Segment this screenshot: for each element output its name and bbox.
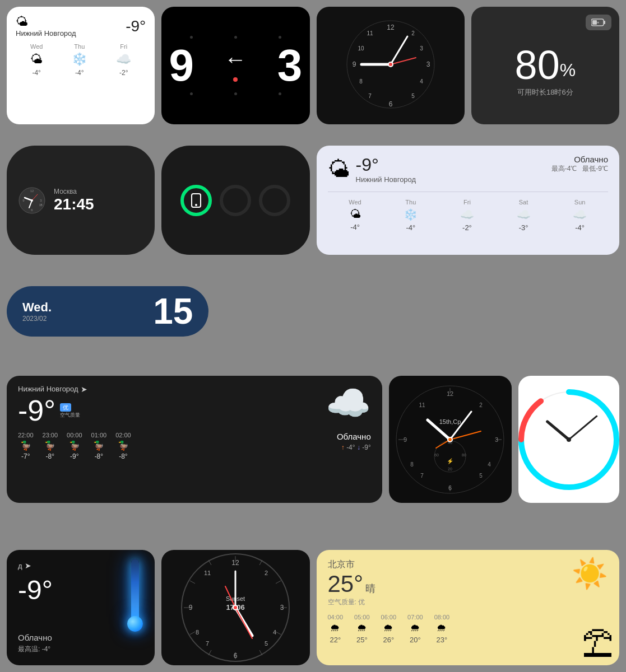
dark-hour-icon-0: 🦆 [20,440,31,451]
color-ring-clock-widget [518,376,619,503]
weather-wide-widget: 🌤 -9° Нижний Новгород Облачно 最高-4℃ 最低-9… [317,146,620,255]
forecast-label-sat: Sat [519,199,528,206]
clock-dot [190,92,193,95]
day-icon-wed: 🌤 [30,52,43,67]
svg-text:2: 2 [265,570,268,576]
dark-hour-2: 00:00 🦆 -9° [67,432,82,460]
beijing-temp-row: 25° 晴 [328,571,376,598]
dark-weather-cloud-icon: ☁️ [326,385,371,421]
beijing-hour-icon-3: 🌧 [410,622,420,634]
svg-text:12: 12 [30,189,34,193]
forecast-temp-fri: -2° [462,223,472,232]
battery-label: 可用时长18时6分 [517,87,573,97]
svg-text:3: 3 [280,604,284,612]
svg-text:4: 4 [488,461,491,468]
forecast-label-wed: Wed [349,199,361,206]
date-pill-day: 15 [153,293,193,329]
beijing-hour-temp-3: 20° [410,636,421,644]
svg-text:11: 11 [419,402,426,408]
svg-text:8: 8 [411,461,414,468]
aqi-badge: 优 [60,403,71,412]
svg-point-35 [195,204,197,206]
svg-text:60: 60 [434,453,439,457]
day-temp-thu: -4° [75,69,84,77]
svg-text:12: 12 [447,390,453,397]
dark-hour-0: 22:00 🦆 -7° [18,432,34,460]
svg-rect-19 [604,21,605,24]
beijing-hour-4: 08:00 🌧 23° [434,614,450,644]
battery-icon-svg: + [591,18,606,27]
weather-small-city: Нижний Новгород [16,29,76,38]
svg-text:11: 11 [367,30,373,36]
svg-text:20: 20 [448,467,452,471]
svg-text:5: 5 [411,93,415,99]
day-temp-fri: -2° [119,69,128,77]
forecast-wed: Wed 🌤 -4° [349,199,361,232]
dark-hour-icon-1: 🦆 [44,440,55,451]
svg-point-72 [567,437,571,442]
location-icon: ➤ [81,385,87,394]
svg-text:2: 2 [411,30,415,36]
clock2-svg: 12 3 6 9 2 11 8 4 7 5 40 80 20 60 ⚡ 15th… [394,384,506,496]
weather-wide-temp: -9° [356,155,416,175]
forecast-fri: Fri ☁️ -2° [460,199,474,232]
day-temp-wed: -4° [32,69,40,77]
weather-small-forecast: Wed 🌤 -4° Thu ❄️ -4° Fri ☁️ -2° [16,43,146,77]
clock-hour: 9 [169,43,194,88]
beijing-aqi: 空气质量: 优 [328,598,376,607]
sunset-clock-widget: 12 3 6 9 2 11 8 4 7 5 Sunset 17:06 [161,550,309,665]
dark-weather-temp-row: -9° 优 空气质量 [18,396,87,425]
moscow-mini-clock: 12 3 6 9 15 [18,186,46,214]
weather-day-thu: Thu ❄️ -4° [72,43,87,77]
svg-text:6: 6 [234,652,238,660]
moscow-time: 21:45 [54,195,94,213]
date-pill-left: Wed. 2023/02 [22,300,52,323]
clock-minute-indicator: → [224,49,247,74]
beijing-hour-time-3: 07:00 [407,614,423,620]
beijing-top: 北京市 25° 晴 空气质量: 优 ☀️ [328,559,609,607]
clock-minute: 3 [277,43,303,88]
dark-hour-time-1: 23:00 [43,432,58,438]
svg-point-103 [234,606,237,609]
weather-wide-high: 最高-4℃ [551,165,577,172]
dark-hour-time-3: 01:00 [91,432,107,438]
forecast-icon-thu: ❄️ [404,208,418,221]
weather-small-temp: -9° [126,17,146,35]
digital-clock-widget: 9 → 3 [161,7,309,124]
beach-umbrella-icon: ⛱ [582,628,614,660]
svg-point-36 [221,186,249,214]
moscow-city: Москва [54,188,94,195]
analog-clock-widget-2: 12 3 6 9 2 11 8 4 7 5 40 80 20 60 ⚡ 15th… [389,376,512,503]
thermo-max: 最高温: -4° [18,645,143,654]
forecast-temp-wed: -4° [350,223,360,231]
weather-wide-right: Облачно 最高-4℃ 最低-9℃ [551,155,608,174]
svg-text:7: 7 [421,473,424,479]
beijing-hour-icon-2: 🌧 [383,622,393,634]
beijing-hours: 04:00 🌧 22° 05:00 🌧 25° 06:00 🌧 26° 07:0… [328,614,609,644]
weather-wide-top: 🌤 -9° Нижний Новгород Облачно 最高-4℃ 最低-9… [328,155,609,184]
svg-text:5: 5 [265,640,268,647]
day-label-fri: Fri [120,43,127,50]
forecast-thu: Thu ❄️ -4° [404,199,418,232]
beijing-hour-time-2: 06:00 [381,614,397,620]
weather-dark-widget: Нижний Новгород ➤ -9° 优 空气质量 ☁️ 22:00 🦆 … [7,376,382,503]
dark-hour-time-0: 22:00 [18,432,34,438]
beijing-condition: 晴 [365,582,375,595]
beijing-hour-icon-0: 🌧 [330,622,340,634]
weather-small-widget: 🌤 Нижний Новгород -9° Wed 🌤 -4° Thu ❄️ -… [7,7,155,124]
thermo-tube [129,559,141,632]
weather-wide-low: 最低-9℃ [582,165,608,172]
date-pill-dow: Wed. [22,300,52,315]
weather-wide-icon: 🌤 [328,157,350,182]
up-arrow-icon: ↑ [341,444,345,451]
svg-text:3: 3 [495,436,498,443]
beijing-left: 北京市 25° 晴 空气质量: 优 [328,559,376,607]
analog-clock-face: 12 3 6 9 2 3 11 10 8 7 5 4 [346,20,435,109]
forecast-label-thu: Thu [405,199,416,206]
day-label-wed: Wed [30,43,43,50]
svg-text:10: 10 [358,45,364,52]
day-icon-fri: ☁️ [116,52,131,67]
dark-high: -4° [346,444,355,451]
svg-text:5: 5 [480,473,483,479]
svg-text:+: + [597,21,599,25]
